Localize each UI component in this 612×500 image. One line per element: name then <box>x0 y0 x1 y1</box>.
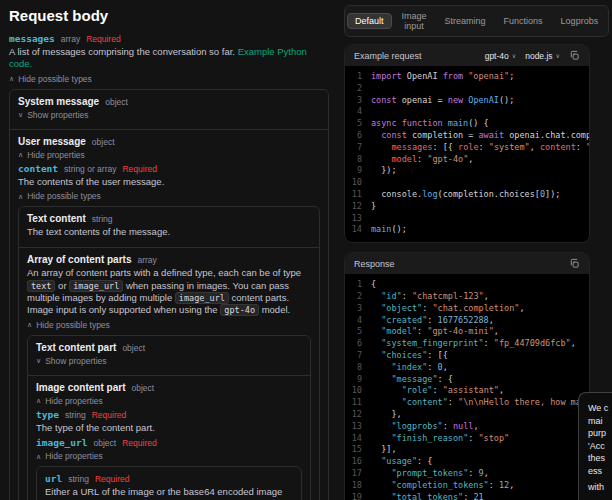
array-content-parts-name: Array of content parts <box>27 254 131 265</box>
code-line: 8 "index": 0, <box>345 362 589 374</box>
content-part-possible-types-box: Text content part object ∨ Show properti… <box>27 335 311 500</box>
code-line: 2 <box>345 83 589 95</box>
code-line: 5async function main() { <box>345 118 589 130</box>
code-line: 10 "role": "assistant", <box>345 385 589 397</box>
code-line: 13 "logprobs": null, <box>345 421 589 433</box>
param-messages: messages array Required <box>9 33 329 44</box>
code-examples-panel: DefaultImage inputStreamingFunctionsLogp… <box>344 0 612 500</box>
param-type-type: string <box>65 410 86 420</box>
chevron-up-icon: ∧ <box>9 75 14 82</box>
api-reference-page: { "icons": { "up": "∧", "down": "∨" }, "… <box>0 0 612 500</box>
copy-icon <box>569 258 580 269</box>
code-line: 1{ <box>345 279 589 291</box>
model-select[interactable]: gpt-4o ∨ <box>485 51 517 61</box>
language-select[interactable]: node.js ∨ <box>525 51 560 61</box>
param-image-url: image_url object Required <box>36 437 302 448</box>
param-messages-desc-text: A list of messages comprising the conver… <box>9 46 235 57</box>
inline-code-image-url: image_url <box>69 280 123 292</box>
content-possible-types-box: Text content string The text contents of… <box>18 206 320 500</box>
toggle-user-message-hide-properties[interactable]: ∧ Hide properties <box>18 150 320 160</box>
tab-streaming[interactable]: Streaming <box>437 13 494 29</box>
code-line: 9 "message": { <box>345 374 589 386</box>
param-messages-desc: A list of messages comprising the conver… <box>9 46 329 71</box>
response-title: Response <box>354 259 560 269</box>
system-message-type: object <box>105 97 128 107</box>
param-url-type: string <box>68 474 89 484</box>
param-type-desc: The type of the content part. <box>36 422 302 434</box>
cookie-text-fragment: thes <box>588 452 612 465</box>
toggle-label: Show properties <box>27 110 88 120</box>
cookie-consent-text: We cmaipurp'Accthesess <box>588 402 612 478</box>
response-code: 1{2 "id": "chatcmpl-123",3 "object": "ch… <box>345 274 589 500</box>
cookie-text-fragment: We c <box>588 402 612 415</box>
tab-default[interactable]: Default <box>347 13 392 29</box>
code-line: 10 <box>345 177 589 189</box>
language-select-value: node.js <box>525 51 552 61</box>
code-line: 18 "completion_tokens": 12, <box>345 480 589 492</box>
toggle-label: Hide possible types <box>27 191 101 201</box>
inline-code-image-url: image_url <box>175 292 229 304</box>
cookie-consent-footer: with <box>588 481 612 494</box>
chevron-up-icon: ∧ <box>18 193 23 200</box>
code-line: 1import OpenAI from "openai"; <box>345 71 589 83</box>
toggle-image-url-hide-properties[interactable]: ∧ Hide properties <box>36 451 302 461</box>
code-line: 4 "created": 1677652288, <box>345 315 589 327</box>
code-line: 8 model: "gpt-4o", <box>345 154 589 166</box>
chevron-up-icon: ∧ <box>36 397 41 404</box>
tab-image-input[interactable]: Image input <box>394 8 435 34</box>
param-image-url-type: object <box>93 438 116 448</box>
toggle-label: Hide possible types <box>36 320 110 330</box>
response-block: Response 1{2 "id": "chatcmpl-123",3 "obj… <box>344 252 590 500</box>
code-line: 13 <box>345 213 589 225</box>
param-image-url-required: Required <box>122 438 157 448</box>
param-url-desc: Either a URL of the image or the base64 … <box>45 486 293 500</box>
inline-code-gpt-4o: gpt-4o <box>220 304 259 316</box>
image-content-part-section: Image content part object ∧ Hide propert… <box>28 376 310 500</box>
cookie-text-fragment: ess <box>588 465 612 478</box>
toggle-array-parts-hide-possible-types[interactable]: ∧ Hide possible types <box>27 320 311 330</box>
url-param-section: url string Required Either a URL of the … <box>37 467 301 500</box>
copy-button[interactable] <box>569 258 580 269</box>
text-content-section: Text content string The text contents of… <box>19 207 319 247</box>
toggle-image-content-part-hide-properties[interactable]: ∧ Hide properties <box>36 396 302 406</box>
toggle-label: Show properties <box>45 356 106 366</box>
param-content: content string or array Required <box>18 163 320 174</box>
code-line: 11 "content": "\n\nHello there, how may … <box>345 397 589 409</box>
param-image-url-name: image_url <box>36 437 87 448</box>
inline-code-text: text <box>27 280 55 292</box>
example-request-block: Example request gpt-4o ∨ node.js ∨ 1impo… <box>344 44 590 243</box>
copy-button[interactable] <box>569 50 580 61</box>
param-content-desc: The contents of the user message. <box>18 176 320 188</box>
code-line: 15 }], <box>345 444 589 456</box>
param-content-type: string or array <box>64 164 116 174</box>
toggle-content-hide-possible-types[interactable]: ∧ Hide possible types <box>18 191 320 201</box>
code-line: 9 }); <box>345 165 589 177</box>
param-type-required: Required <box>92 410 127 420</box>
tab-logprobs[interactable]: Logprobs <box>553 13 607 29</box>
code-line: 19 "total_tokens": 21 <box>345 492 589 500</box>
param-type: type string Required <box>36 409 302 420</box>
code-line: 12 }, <box>345 409 589 421</box>
chevron-down-icon: ∨ <box>512 53 516 59</box>
param-content-name: content <box>18 163 58 174</box>
param-url-required: Required <box>95 474 130 484</box>
code-line: 12} <box>345 201 589 213</box>
messages-possible-types-box: System message object ∨ Show properties … <box>9 89 329 500</box>
chevron-down-icon: ∨ <box>556 53 560 59</box>
code-line: 6 "system_fingerprint": "fp_44709d6fcb", <box>345 338 589 350</box>
code-line: 3const openai = new OpenAI(); <box>345 95 589 107</box>
text-content-type: string <box>92 214 113 224</box>
toggle-messages-hide-possible-types[interactable]: ∧ Hide possible types <box>9 74 329 84</box>
image-content-part-type: object <box>131 383 154 393</box>
toggle-system-message-show-properties[interactable]: ∨ Show properties <box>18 110 320 120</box>
code-line: 17 "prompt_tokens": 9, <box>345 468 589 480</box>
text-content-part-section: Text content part object ∨ Show properti… <box>28 336 310 375</box>
toggle-text-content-part-show-properties[interactable]: ∨ Show properties <box>36 356 302 366</box>
code-line: 14main(); <box>345 224 589 236</box>
cookie-text-fragment: purp <box>588 427 612 440</box>
cookie-text-fragment: 'Acc <box>588 440 612 453</box>
code-line: 16 "usage": { <box>345 456 589 468</box>
toggle-label: Hide properties <box>45 451 103 461</box>
tab-functions[interactable]: Functions <box>496 13 551 29</box>
cookie-text-fragment: mai <box>588 415 612 428</box>
